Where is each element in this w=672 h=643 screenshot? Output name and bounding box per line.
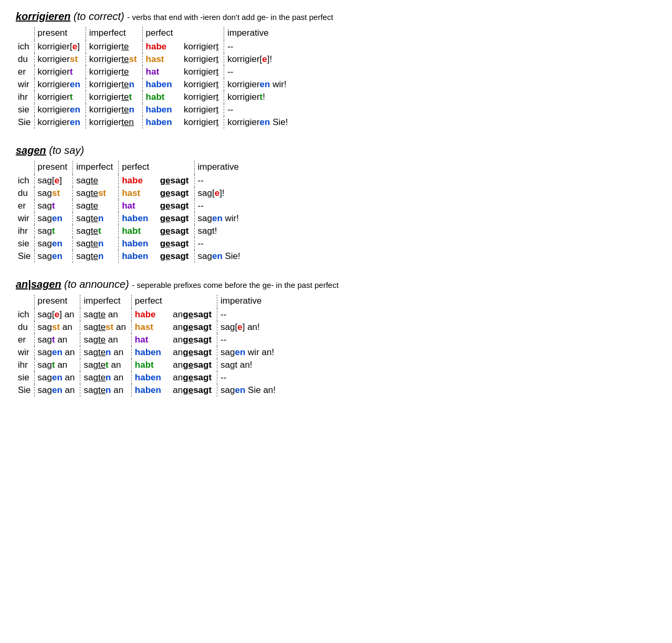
perfect-pp: angesagt <box>171 371 217 384</box>
imperfect-form: sagten an <box>80 384 131 397</box>
perfect-aux: haben <box>119 250 158 263</box>
imperfect-form: korrigiertet <box>86 91 142 103</box>
imperative-form: -- <box>194 237 246 250</box>
imperfect-form: korrigierten <box>86 116 142 129</box>
imperfect-form: sagten <box>73 212 119 225</box>
perfect-pp: gesagt <box>158 200 194 212</box>
perfect-pp: korrigiert <box>182 40 224 53</box>
imperfect-form: korrigierten <box>86 78 142 91</box>
verb-section-korrigieren: korrigieren (to correct) - verbs that en… <box>16 11 656 129</box>
imperative-form: sagen Sie an! <box>217 384 281 397</box>
conjugation-table: presentimperfectperfectimperativeichkorr… <box>16 27 293 129</box>
imperative-form: korrigiert! <box>224 91 293 103</box>
table-row: dusagst ansagtest anhastangesagtsag[e] a… <box>16 321 281 334</box>
imperative-form: -- <box>224 40 293 53</box>
present-form: sagt <box>34 225 73 237</box>
pronoun: Sie <box>16 384 34 397</box>
present-form: korrigiert <box>34 66 86 78</box>
pronoun: wir <box>16 78 34 91</box>
imperative-form: korrigier[e]! <box>224 53 293 66</box>
imperfect-form: sagte an <box>80 334 131 346</box>
perfect-aux: habt <box>142 91 182 103</box>
present-form: sag[e] <box>34 174 73 187</box>
table-row: ichsag[e]sagtehabegesagt-- <box>16 174 246 187</box>
verb-section-ansagen: an|sagen (to announce) - seperable prefi… <box>16 278 656 397</box>
perfect-pp: angesagt <box>171 359 217 371</box>
present-form: korrigieren <box>34 78 86 91</box>
section-note: - seperable prefixes come before the ge-… <box>132 281 339 289</box>
present-form: sagen <box>34 212 73 225</box>
perfect-aux: habe <box>119 174 158 187</box>
header-empty <box>16 27 34 40</box>
perfect-pp: gesagt <box>158 187 194 200</box>
imperative-form: sagen wir an! <box>217 346 281 359</box>
table-row: ersagtsagtehatgesagt-- <box>16 200 246 212</box>
section-title: sagen (to say) <box>16 144 656 157</box>
pronoun: wir <box>16 212 34 225</box>
imperfect-form: korrigiertest <box>86 53 142 66</box>
perfect-pp: angesagt <box>171 334 217 346</box>
perfect-aux: haben <box>131 371 171 384</box>
imperative-form: -- <box>194 200 246 212</box>
perfect-pp: gesagt <box>158 212 194 225</box>
imperative-form: -- <box>217 334 281 346</box>
present-form: korrigieren <box>34 103 86 116</box>
pronoun: Sie <box>16 250 34 263</box>
present-form: sagst <box>34 187 73 200</box>
perfect-aux: hat <box>131 334 171 346</box>
pronoun: Sie <box>16 116 34 129</box>
section-note: - verbs that end with -ieren don't add g… <box>127 13 333 22</box>
perfect-pp: korrigiert <box>182 53 224 66</box>
imperative-form: sagt! <box>194 225 246 237</box>
pronoun: du <box>16 187 34 200</box>
imperfect-form: sagte an <box>80 308 131 321</box>
imperative-form: -- <box>217 308 281 321</box>
perfect-aux: hast <box>131 321 171 334</box>
verb-title: korrigieren <box>16 11 70 22</box>
table-row: siekorrigierenkorrigiertenhabenkorrigier… <box>16 103 293 116</box>
perfect-aux: hast <box>119 187 158 200</box>
perfect-pp: korrigiert <box>182 116 224 129</box>
pronoun: ihr <box>16 225 34 237</box>
verb-meaning: (to announce) <box>64 278 129 290</box>
conjugation-table: presentimperfectperfectimperativeichsag[… <box>16 295 281 397</box>
header-imperative: imperative <box>217 295 281 308</box>
perfect-pp: angesagt <box>171 321 217 334</box>
perfect-aux: haben <box>142 103 182 116</box>
header-perfect-pp <box>182 27 224 40</box>
imperative-form: korrigieren Sie! <box>224 116 293 129</box>
present-form: sagen an <box>34 346 80 359</box>
header-present: present <box>34 295 80 308</box>
pronoun: ihr <box>16 359 34 371</box>
perfect-aux: haben <box>142 116 182 129</box>
perfect-aux: hat <box>142 66 182 78</box>
table-row: wirsagen ansagten anhabenangesagtsagen w… <box>16 346 281 359</box>
perfect-aux: hat <box>119 200 158 212</box>
pronoun: er <box>16 66 34 78</box>
imperative-form: -- <box>224 103 293 116</box>
perfect-aux: habe <box>142 40 182 53</box>
table-row: siesagensagtenhabengesagt-- <box>16 237 246 250</box>
imperfect-form: sagtet <box>73 225 119 237</box>
perfect-pp: gesagt <box>158 174 194 187</box>
imperative-form: korrigieren wir! <box>224 78 293 91</box>
pronoun: sie <box>16 371 34 384</box>
pronoun: du <box>16 321 34 334</box>
perfect-aux: haben <box>131 346 171 359</box>
pronoun: wir <box>16 346 34 359</box>
pronoun: sie <box>16 237 34 250</box>
table-row: Siesagensagtenhabengesagtsagen Sie! <box>16 250 246 263</box>
table-row: ichsag[e] ansagte anhabeangesagt-- <box>16 308 281 321</box>
imperfect-form: sagten <box>73 237 119 250</box>
imperative-form: sag[e]! <box>194 187 246 200</box>
perfect-aux: haben <box>119 237 158 250</box>
perfect-pp: gesagt <box>158 225 194 237</box>
imperfect-form: korrigierte <box>86 40 142 53</box>
header-present: present <box>34 27 86 40</box>
header-perfect-pp <box>158 161 194 174</box>
pronoun: ihr <box>16 91 34 103</box>
imperfect-form: sagte <box>73 174 119 187</box>
table-row: erkorrigiertkorrigiertehatkorrigiert-- <box>16 66 293 78</box>
header-present: present <box>34 161 73 174</box>
present-form: korrigier[e] <box>34 40 86 53</box>
